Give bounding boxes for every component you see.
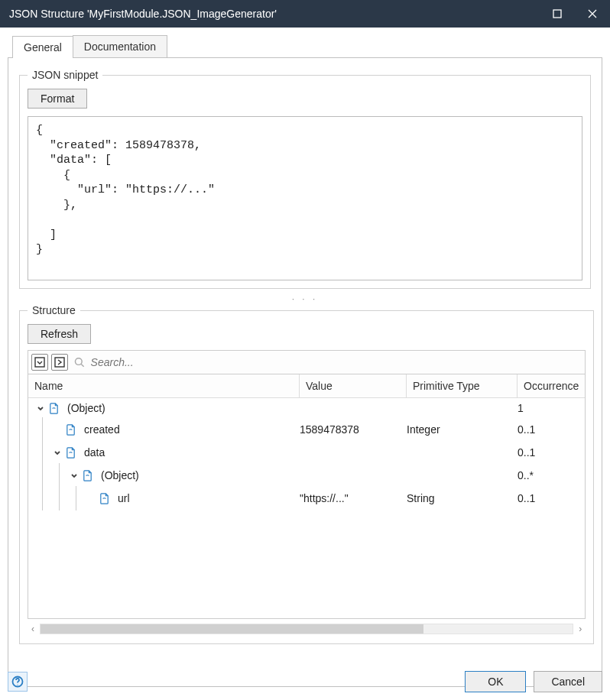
col-header-type[interactable]: Primitive Type — [407, 374, 518, 397]
node-value: "https://..." — [300, 492, 407, 504]
close-button[interactable] — [575, 0, 610, 28]
svg-rect-2 — [55, 358, 64, 367]
help-button[interactable] — [8, 672, 28, 692]
table-row[interactable]: url"https://..."String0..1 — [28, 487, 585, 510]
cancel-button[interactable]: Cancel — [534, 671, 602, 692]
node-occurrence: 1 — [518, 402, 585, 414]
col-header-occurrence[interactable]: Occurrence — [518, 374, 585, 397]
node-label: (Object) — [67, 402, 105, 414]
node-occurrence: 0..1 — [518, 446, 585, 459]
chevron-down-icon[interactable] — [34, 402, 47, 414]
scroll-left-arrow[interactable]: ‹ — [28, 624, 38, 634]
json-node-icon — [65, 447, 76, 459]
horizontal-scrollbar[interactable]: ‹ › — [28, 622, 586, 636]
json-snippet-group: JSON snippet Format { "created": 1589478… — [19, 69, 591, 289]
node-label: created — [84, 423, 120, 436]
node-label: url — [118, 492, 130, 504]
collapse-all-icon — [54, 357, 65, 368]
json-code-box[interactable]: { "created": 1589478378, "data": [ { "ur… — [28, 116, 582, 280]
chevron-down-icon[interactable] — [51, 446, 63, 459]
json-node-icon — [82, 470, 93, 481]
svg-rect-0 — [553, 10, 561, 18]
maximize-icon — [553, 9, 562, 18]
expand-all-button[interactable] — [31, 354, 48, 371]
node-type: String — [407, 492, 518, 504]
scroll-thumb[interactable] — [41, 624, 423, 634]
table-row[interactable]: created1589478378Integer0..1 — [28, 418, 585, 441]
json-snippet-legend: JSON snippet — [28, 69, 102, 81]
tree-table-body: (Object)1created1589478378Integer0..1dat… — [28, 398, 585, 510]
search-input[interactable] — [89, 355, 582, 369]
table-row[interactable]: (Object)1 — [28, 398, 585, 418]
splitter-handle[interactable]: · · · — [19, 295, 591, 304]
structure-group: Structure Refresh Name Value Primi — [19, 304, 594, 644]
tab-panel-general: JSON snippet Format { "created": 1589478… — [8, 57, 602, 687]
json-node-icon — [65, 424, 76, 436]
json-node-icon — [99, 493, 110, 504]
svg-point-5 — [18, 685, 18, 685]
node-value: 1589478378 — [300, 423, 407, 436]
format-button[interactable]: Format — [28, 89, 87, 109]
expand-all-icon — [34, 357, 45, 368]
node-occurrence: 0..* — [518, 469, 585, 481]
titlebar: JSON Structure 'MyFirstModule.JSON_Image… — [0, 0, 610, 28]
svg-rect-1 — [35, 358, 44, 367]
table-row[interactable]: (Object)0..* — [28, 464, 585, 487]
close-icon — [588, 9, 597, 18]
col-header-value[interactable]: Value — [300, 374, 407, 397]
col-header-name[interactable]: Name — [28, 374, 300, 397]
tabs: General Documentation — [12, 35, 602, 57]
node-label: (Object) — [101, 469, 139, 481]
node-type: Integer — [407, 423, 518, 436]
collapse-all-button[interactable] — [51, 354, 68, 371]
structure-legend: Structure — [28, 304, 80, 316]
tab-documentation[interactable]: Documentation — [73, 35, 167, 57]
node-occurrence: 0..1 — [518, 423, 585, 436]
help-icon — [11, 676, 24, 688]
tree-table: Name Value Primitive Type Occurrence (Ob… — [28, 374, 586, 619]
window-title: JSON Structure 'MyFirstModule.JSON_Image… — [9, 8, 540, 20]
structure-toolbar — [28, 350, 586, 374]
table-row[interactable]: data0..1 — [28, 441, 585, 464]
node-label: data — [84, 446, 105, 459]
tree-table-header: Name Value Primitive Type Occurrence — [28, 374, 585, 398]
dialog-footer: OK Cancel — [8, 671, 602, 692]
chevron-down-icon[interactable] — [68, 469, 80, 481]
scroll-track[interactable] — [40, 624, 573, 634]
search-icon — [74, 357, 85, 368]
node-occurrence: 0..1 — [518, 492, 585, 504]
tab-general[interactable]: General — [12, 36, 73, 58]
refresh-button[interactable]: Refresh — [28, 324, 91, 344]
json-node-icon — [48, 403, 60, 414]
search-wrap — [74, 355, 582, 369]
maximize-button[interactable] — [540, 0, 575, 28]
svg-point-3 — [75, 358, 82, 365]
ok-button[interactable]: OK — [465, 671, 526, 692]
scroll-right-arrow[interactable]: › — [575, 624, 586, 634]
